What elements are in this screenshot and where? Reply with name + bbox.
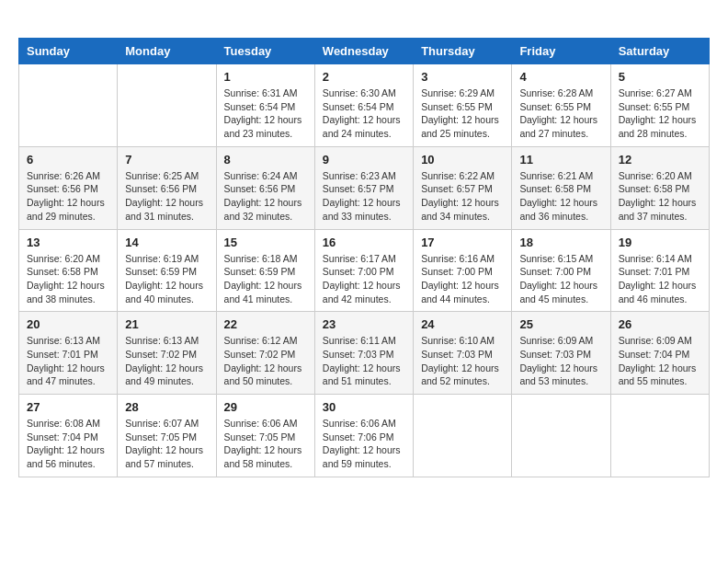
day-info: Sunrise: 6:19 AM Sunset: 6:59 PM Dayligh… [125, 252, 208, 306]
calendar-day-cell: 19Sunrise: 6:14 AM Sunset: 7:01 PM Dayli… [610, 229, 709, 312]
calendar-table: SundayMondayTuesdayWednesdayThursdayFrid… [18, 38, 710, 477]
day-number: 30 [323, 400, 405, 414]
calendar-day-cell: 6Sunrise: 6:26 AM Sunset: 6:56 PM Daylig… [19, 146, 118, 229]
day-number: 27 [27, 400, 109, 414]
day-number: 26 [619, 317, 701, 331]
day-info: Sunrise: 6:08 AM Sunset: 7:04 PM Dayligh… [27, 417, 109, 471]
day-info: Sunrise: 6:26 AM Sunset: 6:56 PM Dayligh… [27, 169, 109, 224]
calendar-week-row: 13Sunrise: 6:20 AM Sunset: 6:58 PM Dayli… [19, 229, 710, 312]
calendar-day-cell: 29Sunrise: 6:06 AM Sunset: 7:05 PM Dayli… [216, 395, 314, 477]
calendar-day-cell: 30Sunrise: 6:06 AM Sunset: 7:06 PM Dayli… [314, 395, 413, 477]
day-number: 4 [519, 70, 602, 84]
day-number: 23 [323, 317, 405, 331]
calendar-day-cell: 25Sunrise: 6:09 AM Sunset: 7:03 PM Dayli… [512, 312, 610, 395]
calendar-day-cell: 26Sunrise: 6:09 AM Sunset: 7:04 PM Dayli… [610, 312, 709, 395]
day-of-week-header: Wednesday [314, 39, 413, 64]
day-info: Sunrise: 6:31 AM Sunset: 6:54 PM Dayligh… [224, 86, 307, 141]
day-number: 19 [619, 236, 701, 249]
calendar-day-cell: 22Sunrise: 6:12 AM Sunset: 7:02 PM Dayli… [216, 312, 314, 395]
day-info: Sunrise: 6:18 AM Sunset: 6:59 PM Dayligh… [224, 252, 307, 306]
day-info: Sunrise: 6:22 AM Sunset: 6:57 PM Dayligh… [421, 169, 504, 224]
calendar-week-row: 6Sunrise: 6:26 AM Sunset: 6:56 PM Daylig… [19, 146, 710, 229]
day-number: 17 [421, 236, 504, 249]
calendar-day-cell [414, 395, 512, 477]
day-info: Sunrise: 6:06 AM Sunset: 7:06 PM Dayligh… [323, 417, 405, 471]
day-number: 14 [125, 236, 208, 249]
day-number: 15 [224, 236, 307, 249]
day-number: 11 [519, 153, 602, 167]
day-info: Sunrise: 6:07 AM Sunset: 7:05 PM Dayligh… [125, 417, 208, 471]
calendar-day-cell: 10Sunrise: 6:22 AM Sunset: 6:57 PM Dayli… [414, 146, 512, 229]
day-info: Sunrise: 6:27 AM Sunset: 6:55 PM Dayligh… [619, 86, 701, 141]
day-number: 9 [323, 153, 405, 167]
day-info: Sunrise: 6:09 AM Sunset: 7:04 PM Dayligh… [619, 334, 701, 388]
day-of-week-header: Sunday [19, 39, 118, 64]
calendar-day-cell: 20Sunrise: 6:13 AM Sunset: 7:01 PM Dayli… [19, 312, 118, 395]
day-info: Sunrise: 6:24 AM Sunset: 6:56 PM Dayligh… [224, 169, 307, 224]
day-info: Sunrise: 6:16 AM Sunset: 7:00 PM Dayligh… [421, 252, 504, 306]
calendar-header-row: SundayMondayTuesdayWednesdayThursdayFrid… [19, 39, 710, 64]
day-number: 2 [323, 70, 405, 84]
day-number: 21 [125, 317, 208, 331]
day-number: 3 [421, 70, 504, 84]
day-number: 12 [619, 153, 701, 167]
day-info: Sunrise: 6:28 AM Sunset: 6:55 PM Dayligh… [519, 86, 602, 141]
calendar-day-cell [19, 64, 118, 147]
calendar-day-cell: 9Sunrise: 6:23 AM Sunset: 6:57 PM Daylig… [314, 146, 413, 229]
day-info: Sunrise: 6:13 AM Sunset: 7:01 PM Dayligh… [27, 334, 109, 388]
calendar-body: 1Sunrise: 6:31 AM Sunset: 6:54 PM Daylig… [19, 64, 710, 477]
day-info: Sunrise: 6:12 AM Sunset: 7:02 PM Dayligh… [224, 334, 307, 388]
calendar-day-cell: 4Sunrise: 6:28 AM Sunset: 6:55 PM Daylig… [512, 64, 610, 147]
day-info: Sunrise: 6:29 AM Sunset: 6:55 PM Dayligh… [421, 86, 504, 141]
day-of-week-header: Tuesday [216, 39, 314, 64]
calendar-day-cell: 16Sunrise: 6:17 AM Sunset: 7:00 PM Dayli… [314, 229, 413, 312]
day-info: Sunrise: 6:23 AM Sunset: 6:57 PM Dayligh… [323, 169, 405, 224]
calendar-day-cell: 28Sunrise: 6:07 AM Sunset: 7:05 PM Dayli… [118, 395, 216, 477]
day-of-week-header: Thursday [414, 39, 512, 64]
calendar-day-cell: 2Sunrise: 6:30 AM Sunset: 6:54 PM Daylig… [314, 64, 413, 147]
calendar-day-cell: 14Sunrise: 6:19 AM Sunset: 6:59 PM Dayli… [118, 229, 216, 312]
day-info: Sunrise: 6:25 AM Sunset: 6:56 PM Dayligh… [125, 169, 208, 224]
calendar-day-cell: 5Sunrise: 6:27 AM Sunset: 6:55 PM Daylig… [610, 64, 709, 147]
calendar-day-cell: 24Sunrise: 6:10 AM Sunset: 7:03 PM Dayli… [414, 312, 512, 395]
day-info: Sunrise: 6:15 AM Sunset: 7:00 PM Dayligh… [519, 252, 602, 306]
day-info: Sunrise: 6:30 AM Sunset: 6:54 PM Dayligh… [323, 86, 405, 141]
day-info: Sunrise: 6:09 AM Sunset: 7:03 PM Dayligh… [519, 334, 602, 388]
day-info: Sunrise: 6:21 AM Sunset: 6:58 PM Dayligh… [519, 169, 602, 224]
calendar-day-cell: 13Sunrise: 6:20 AM Sunset: 6:58 PM Dayli… [19, 229, 118, 312]
calendar-day-cell: 18Sunrise: 6:15 AM Sunset: 7:00 PM Dayli… [512, 229, 610, 312]
day-info: Sunrise: 6:17 AM Sunset: 7:00 PM Dayligh… [323, 252, 405, 306]
day-info: Sunrise: 6:20 AM Sunset: 6:58 PM Dayligh… [27, 252, 109, 306]
day-number: 28 [125, 400, 208, 414]
calendar-day-cell: 8Sunrise: 6:24 AM Sunset: 6:56 PM Daylig… [216, 146, 314, 229]
day-number: 13 [27, 236, 109, 249]
calendar-day-cell: 3Sunrise: 6:29 AM Sunset: 6:55 PM Daylig… [414, 64, 512, 147]
calendar-day-cell: 11Sunrise: 6:21 AM Sunset: 6:58 PM Dayli… [512, 146, 610, 229]
calendar-day-cell: 23Sunrise: 6:11 AM Sunset: 7:03 PM Dayli… [314, 312, 413, 395]
day-info: Sunrise: 6:06 AM Sunset: 7:05 PM Dayligh… [224, 417, 307, 471]
day-of-week-header: Saturday [610, 39, 709, 64]
day-of-week-header: Friday [512, 39, 610, 64]
day-number: 16 [323, 236, 405, 249]
day-info: Sunrise: 6:14 AM Sunset: 7:01 PM Dayligh… [619, 252, 701, 306]
day-number: 22 [224, 317, 307, 331]
calendar-day-cell: 17Sunrise: 6:16 AM Sunset: 7:00 PM Dayli… [414, 229, 512, 312]
day-number: 20 [27, 317, 109, 331]
calendar-week-row: 1Sunrise: 6:31 AM Sunset: 6:54 PM Daylig… [19, 64, 710, 147]
calendar-week-row: 27Sunrise: 6:08 AM Sunset: 7:04 PM Dayli… [19, 395, 710, 477]
day-number: 1 [224, 70, 307, 84]
day-info: Sunrise: 6:11 AM Sunset: 7:03 PM Dayligh… [323, 334, 405, 388]
day-number: 25 [519, 317, 602, 331]
day-number: 5 [619, 70, 701, 84]
calendar-week-row: 20Sunrise: 6:13 AM Sunset: 7:01 PM Dayli… [19, 312, 710, 395]
page-header [18, 18, 710, 23]
day-number: 8 [224, 153, 307, 167]
day-info: Sunrise: 6:13 AM Sunset: 7:02 PM Dayligh… [125, 334, 208, 388]
calendar-day-cell: 27Sunrise: 6:08 AM Sunset: 7:04 PM Dayli… [19, 395, 118, 477]
calendar-day-cell: 21Sunrise: 6:13 AM Sunset: 7:02 PM Dayli… [118, 312, 216, 395]
day-number: 6 [27, 153, 109, 167]
calendar-day-cell [512, 395, 610, 477]
day-number: 18 [519, 236, 602, 249]
day-of-week-header: Monday [118, 39, 216, 64]
day-number: 29 [224, 400, 307, 414]
